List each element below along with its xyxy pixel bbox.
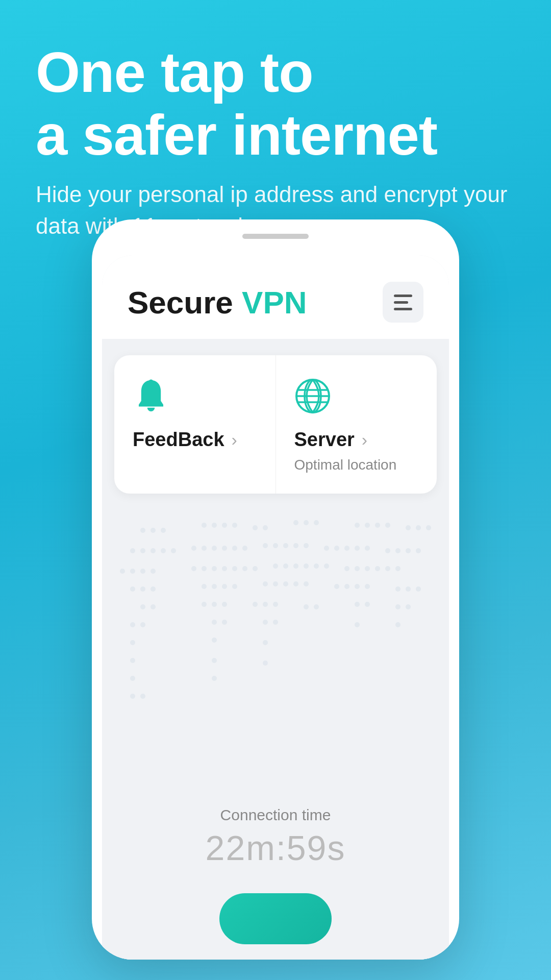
feedback-card[interactable]: FeedBack › [114, 355, 276, 494]
phone-speaker [242, 234, 309, 239]
svg-point-8 [161, 528, 166, 533]
svg-point-0 [148, 380, 154, 385]
svg-point-39 [293, 543, 298, 548]
svg-point-11 [222, 523, 227, 528]
svg-point-12 [232, 523, 237, 528]
svg-point-88 [365, 584, 370, 589]
svg-point-62 [283, 564, 288, 569]
cards-row: FeedBack › [114, 355, 437, 494]
svg-point-114 [130, 640, 135, 645]
hero-title: One tap to a safer internet [36, 41, 515, 166]
svg-point-16 [304, 520, 309, 525]
feedback-label-row: FeedBack › [133, 429, 237, 451]
svg-point-61 [273, 564, 278, 569]
svg-point-118 [212, 658, 217, 663]
svg-point-113 [395, 622, 400, 627]
menu-button[interactable] [383, 282, 423, 323]
svg-point-7 [151, 528, 156, 533]
svg-point-79 [232, 584, 237, 589]
svg-point-51 [130, 569, 135, 574]
svg-point-36 [263, 543, 268, 548]
svg-point-101 [314, 604, 319, 609]
svg-point-86 [344, 584, 349, 589]
svg-point-54 [191, 566, 196, 571]
svg-point-97 [253, 602, 258, 607]
globe-icon [294, 378, 331, 414]
svg-point-75 [151, 586, 156, 592]
svg-point-18 [355, 523, 360, 528]
svg-point-117 [130, 658, 135, 663]
svg-point-95 [212, 602, 217, 607]
svg-point-42 [334, 546, 339, 551]
bell-icon [133, 378, 169, 414]
svg-point-108 [212, 620, 217, 625]
svg-point-34 [232, 546, 237, 551]
svg-point-47 [395, 548, 400, 553]
svg-point-29 [171, 548, 176, 553]
map-area [102, 510, 449, 724]
phone-screen: Secure VPN [102, 255, 449, 960]
menu-line-1 [394, 295, 412, 297]
connection-info: Connection time 22m:59s [102, 806, 449, 868]
svg-point-37 [273, 543, 278, 548]
svg-point-96 [222, 602, 227, 607]
hero-title-line2: a safer internet [36, 103, 437, 167]
feedback-label: FeedBack [133, 429, 224, 451]
svg-point-14 [263, 525, 268, 530]
svg-point-109 [222, 620, 227, 625]
svg-point-74 [140, 586, 145, 592]
svg-point-15 [293, 520, 298, 525]
svg-point-6 [140, 528, 145, 533]
menu-line-3 [394, 308, 412, 310]
server-chevron: › [362, 430, 367, 450]
app-title-accent: VPN [242, 285, 307, 320]
svg-point-49 [416, 548, 421, 553]
svg-point-28 [161, 548, 166, 553]
svg-point-26 [140, 548, 145, 553]
svg-point-94 [202, 602, 207, 607]
app-header: Secure VPN [102, 255, 449, 339]
app-screen: Secure VPN [102, 255, 449, 960]
svg-point-82 [283, 581, 288, 586]
svg-point-44 [355, 546, 360, 551]
svg-point-25 [130, 548, 135, 553]
svg-point-107 [140, 622, 145, 627]
svg-point-38 [283, 543, 288, 548]
svg-point-21 [385, 523, 390, 528]
svg-point-121 [212, 676, 217, 681]
hero-title-line1: One tap to [36, 40, 313, 104]
svg-point-53 [151, 569, 156, 574]
phone-outer: Secure VPN [92, 219, 459, 960]
svg-point-32 [212, 546, 217, 551]
svg-point-41 [324, 546, 329, 551]
server-label: Server [294, 429, 355, 451]
feedback-chevron: › [232, 430, 237, 450]
svg-point-90 [406, 586, 411, 592]
svg-point-43 [344, 546, 349, 551]
server-label-row: Server › [294, 429, 368, 451]
svg-point-105 [406, 604, 411, 609]
menu-line-2 [394, 301, 408, 304]
svg-point-64 [304, 564, 309, 569]
svg-point-83 [293, 581, 298, 586]
connection-time: 22m:59s [102, 828, 449, 868]
svg-point-91 [416, 586, 421, 592]
svg-point-77 [212, 584, 217, 589]
connection-label: Connection time [102, 806, 449, 824]
svg-point-93 [151, 604, 156, 609]
phone-mockup: Secure VPN [92, 219, 459, 960]
svg-point-85 [334, 584, 339, 589]
svg-point-70 [375, 566, 380, 571]
svg-point-13 [253, 525, 258, 530]
svg-point-103 [365, 602, 370, 607]
svg-point-57 [222, 566, 227, 571]
world-map-dots [102, 510, 449, 724]
connect-button[interactable] [219, 893, 332, 944]
svg-point-100 [304, 604, 309, 609]
svg-point-46 [385, 548, 390, 553]
svg-point-111 [273, 620, 278, 625]
svg-point-72 [395, 566, 400, 571]
server-card[interactable]: Server › Optimal location [276, 355, 437, 494]
svg-point-40 [304, 543, 309, 548]
svg-point-50 [120, 569, 125, 574]
